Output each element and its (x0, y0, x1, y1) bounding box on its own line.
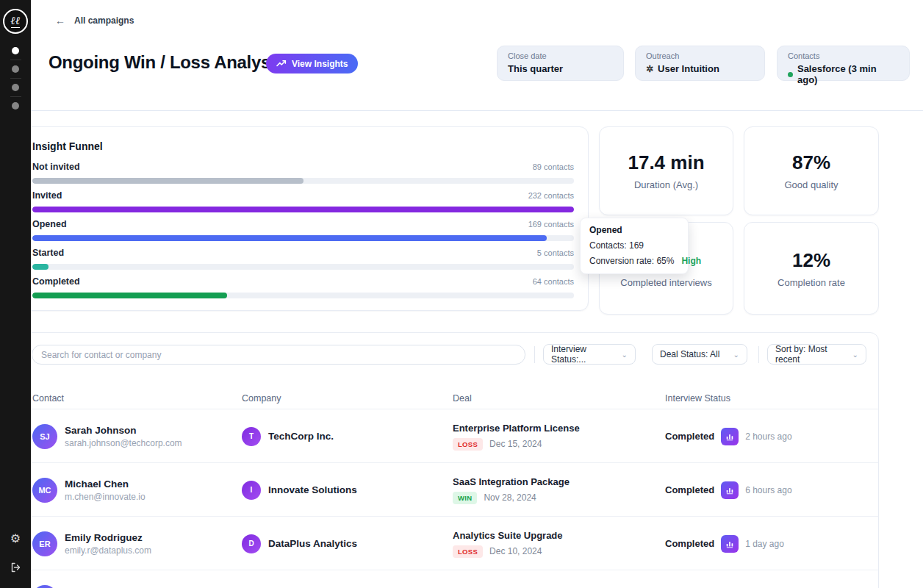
sync-status-dot-icon (788, 72, 793, 77)
sidebar-nav (0, 47, 31, 110)
funnel-stage-opened[interactable]: Opened 169 contacts (32, 219, 574, 241)
bar-chart-icon (725, 539, 734, 548)
contact-email: m.chen@innovate.io (65, 492, 146, 502)
company-name: DataPlus Analytics (268, 538, 357, 549)
divider (758, 346, 759, 363)
page-header: ← All campaigns Ongoing Win / Loss Analy… (31, 0, 923, 111)
deal-outcome-badge: WIN (453, 492, 477, 504)
deal-name: SaaS Integration Package (453, 476, 570, 487)
company-name: Innovate Solutions (268, 484, 357, 495)
divider (10, 96, 21, 97)
logout-icon[interactable] (0, 562, 31, 573)
page-title: Ongoing Win / Loss Analysis (49, 52, 285, 73)
sparkle-icon: ✲ (646, 64, 653, 74)
tooltip-contacts: Contacts: 169 (589, 240, 679, 251)
deal-outcome-badge: LOSS (453, 438, 483, 451)
contact-name: Emily Rodriguez (65, 532, 151, 543)
interview-time: 2 hours ago (745, 431, 791, 442)
search-input[interactable] (32, 345, 525, 365)
outreach-value: User Intuition (658, 63, 719, 74)
stage-contacts: 64 contacts (533, 277, 574, 286)
funnel-bar-track (32, 207, 574, 212)
funnel-stage-not-invited[interactable]: Not invited 89 contacts (32, 162, 574, 184)
sidebar-nav-dot-2[interactable] (12, 65, 19, 73)
funnel-stage-started[interactable]: Started 5 contacts (32, 248, 574, 270)
stat-label: Good quality (785, 179, 838, 190)
dropdown-label: Deal Status: All (660, 349, 719, 359)
contacts-label: Contacts (788, 51, 899, 60)
stat-duration-card: 17.4 min Duration (Avg.) (599, 126, 733, 215)
stage-label: Invited (32, 190, 62, 201)
stage-contacts: 89 contacts (533, 162, 574, 171)
deal-date: Dec 15, 2024 (489, 439, 542, 449)
stage-label: Not invited (32, 162, 80, 172)
close-date-label: Close date (508, 51, 613, 60)
chevron-down-icon: ⌄ (733, 351, 739, 359)
funnel-stage-completed[interactable]: Completed 64 contacts (32, 276, 574, 298)
stat-label: Completion rate (777, 277, 845, 288)
interview-status: Completed (665, 431, 714, 442)
dropdown-label: Sort by: Most recent (775, 344, 848, 365)
stat-value: 17.4 min (628, 151, 704, 174)
interview-time: 6 hours ago (745, 485, 791, 495)
column-header-company: Company (242, 393, 281, 404)
funnel-bar-fill (32, 178, 304, 184)
sidebar-nav-dot-1[interactable] (12, 47, 19, 54)
view-interview-analytics-button[interactable] (721, 481, 739, 499)
funnel-title: Insight Funnel (32, 140, 574, 152)
deal-outcome-badge: LOSS (453, 545, 483, 558)
avatar (32, 585, 57, 588)
close-date-card[interactable]: Close date This quarter (497, 46, 624, 81)
view-interview-analytics-button[interactable] (721, 428, 739, 445)
tooltip-conversion: Conversion rate: 65% (589, 256, 674, 266)
company-name: TechCorp Inc. (268, 431, 334, 442)
table-row[interactable]: Infrastructure Migration (18, 570, 878, 588)
interview-status-dropdown[interactable]: Interview Status:... ⌄ (543, 344, 636, 365)
table-row[interactable]: SJ Sarah Johnson sarah.johnson@techcorp.… (18, 409, 878, 463)
column-header-interview-status: Interview Status (665, 393, 730, 404)
stat-label: Completed interviews (620, 277, 711, 288)
interview-status: Completed (665, 484, 714, 495)
sidebar-nav-dot-4[interactable] (12, 102, 19, 110)
view-insights-button[interactable]: View Insights (266, 54, 358, 74)
settings-icon[interactable]: ⚙ (0, 531, 31, 545)
deal-status-dropdown[interactable]: Deal Status: All ⌄ (652, 344, 747, 365)
bar-chart-icon (725, 432, 734, 441)
contact-email: emily.r@dataplus.com (65, 545, 151, 556)
contacts-table-card: Interview Status:... ⌄ Deal Status: All … (18, 332, 879, 588)
stat-value: 12% (792, 249, 830, 272)
contact-email: sarah.johnson@techcorp.com (65, 438, 182, 448)
back-arrow-icon: ← (55, 15, 65, 26)
interview-time: 1 day ago (745, 539, 784, 549)
table-row[interactable]: MC Michael Chen m.chen@innovate.io I Inn… (18, 463, 878, 517)
back-to-campaigns-link[interactable]: ← All campaigns (55, 15, 134, 26)
bar-chart-icon (725, 486, 734, 495)
funnel-bar-fill (32, 207, 574, 212)
divider (10, 60, 21, 60)
funnel-stages: Not invited 89 contacts Invited 232 cont… (32, 162, 574, 298)
company-avatar: D (242, 534, 261, 553)
funnel-bar-track (32, 235, 574, 241)
contacts-card[interactable]: Contacts Salesforce (3 min ago) (777, 46, 910, 81)
tooltip-title: Opened (589, 225, 679, 235)
stage-contacts: 5 contacts (537, 248, 574, 257)
app-logo[interactable]: ℓℓ (3, 9, 28, 34)
sort-dropdown[interactable]: Sort by: Most recent ⌄ (767, 344, 866, 365)
funnel-bar-fill (32, 235, 547, 241)
funnel-bar-fill (32, 293, 227, 298)
funnel-stage-invited[interactable]: Invited 232 contacts (32, 190, 574, 212)
deal-date: Nov 28, 2024 (484, 492, 536, 503)
stage-contacts: 232 contacts (528, 191, 574, 200)
outreach-card[interactable]: Outreach ✲ User Intuition (635, 46, 765, 81)
table-header: Contact Company Deal Interview Status (18, 389, 878, 409)
logo-icon: ℓℓ (11, 15, 21, 28)
table-row[interactable]: ER Emily Rodriguez emily.r@dataplus.com … (18, 517, 878, 570)
avatar: MC (32, 478, 57, 503)
insight-funnel-card: Insight Funnel Not invited 89 contacts I… (18, 126, 589, 311)
view-interview-analytics-button[interactable] (721, 535, 739, 553)
interview-status: Completed (665, 538, 714, 549)
sidebar-nav-dot-3[interactable] (12, 84, 19, 91)
stage-label: Started (32, 248, 64, 258)
funnel-bar-track (32, 293, 574, 298)
stat-label: Duration (Avg.) (634, 179, 698, 190)
